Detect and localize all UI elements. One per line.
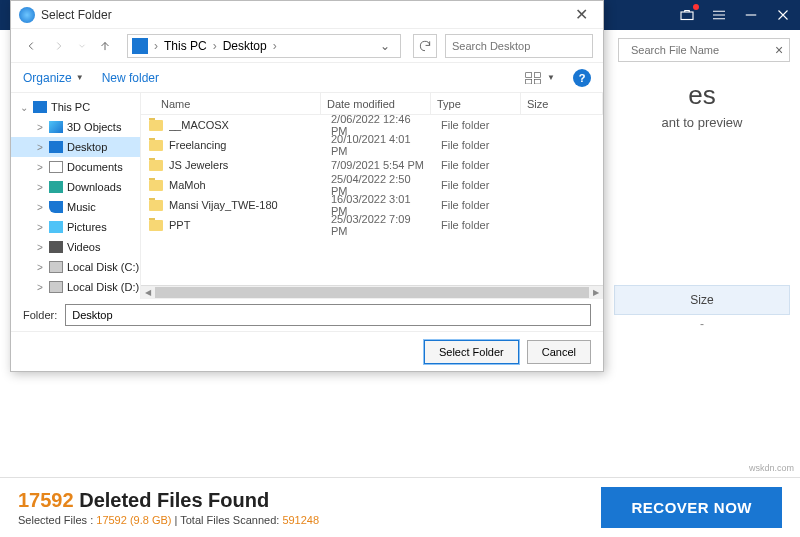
expand-icon[interactable]: >: [35, 282, 45, 293]
size-value-row: -: [614, 315, 790, 333]
folder-icon: [149, 140, 163, 151]
file-row[interactable]: __MACOSX2/06/2022 12:46 PMFile folder: [141, 115, 603, 135]
tree-icon: [49, 241, 63, 253]
expand-icon[interactable]: >: [35, 162, 45, 173]
app-search-box[interactable]: ×: [618, 38, 790, 62]
file-row[interactable]: MaMoh25/04/2022 2:50 PMFile folder: [141, 175, 603, 195]
file-row[interactable]: Mansi Vijay_TWE-18016/03/2022 3:01 PMFil…: [141, 195, 603, 215]
svg-rect-3: [526, 72, 532, 77]
expand-icon[interactable]: >: [35, 262, 45, 273]
svg-rect-0: [681, 12, 693, 20]
scroll-thumb[interactable]: [155, 287, 589, 298]
tree-item[interactable]: >3D Objects: [11, 117, 140, 137]
nav-up-button[interactable]: [95, 36, 115, 56]
file-row[interactable]: PPT25/03/2022 7:09 PMFile folder: [141, 215, 603, 235]
dialog-toolbar: Organize▼ New folder ▼ ?: [11, 63, 603, 93]
tree-item[interactable]: ⌄This PC: [11, 97, 140, 117]
scroll-left-icon[interactable]: ◀: [141, 286, 155, 299]
refresh-button[interactable]: [413, 34, 437, 58]
toolbox-icon[interactable]: [678, 6, 696, 24]
breadcrumb-sep[interactable]: ›: [211, 39, 219, 53]
tree-item[interactable]: >Local Disk (C:): [11, 257, 140, 277]
column-size[interactable]: Size: [521, 93, 603, 114]
horizontal-scrollbar[interactable]: ◀ ▶: [141, 285, 603, 299]
file-name: Freelancing: [169, 139, 325, 151]
menu-icon[interactable]: [710, 6, 728, 24]
breadcrumb-this-pc[interactable]: This PC: [160, 39, 211, 53]
tree-icon: [49, 161, 63, 173]
column-date[interactable]: Date modified: [321, 93, 431, 114]
close-icon[interactable]: [774, 6, 792, 24]
size-column-header[interactable]: Size: [614, 285, 790, 315]
expand-icon[interactable]: >: [35, 202, 45, 213]
file-type: File folder: [435, 199, 525, 211]
deleted-count: 17592: [18, 489, 74, 511]
tree-icon: [33, 101, 47, 113]
expand-icon[interactable]: ⌄: [19, 102, 29, 113]
expand-icon[interactable]: >: [35, 182, 45, 193]
folder-name-input[interactable]: [65, 304, 591, 326]
file-rows[interactable]: __MACOSX2/06/2022 12:46 PMFile folderFre…: [141, 115, 603, 285]
breadcrumb-sep[interactable]: ›: [152, 39, 160, 53]
file-date: 7/09/2021 5:54 PM: [325, 159, 435, 171]
select-folder-button[interactable]: Select Folder: [424, 340, 519, 364]
clear-search-icon[interactable]: ×: [775, 43, 783, 57]
organize-button[interactable]: Organize▼: [23, 71, 84, 85]
file-type: File folder: [435, 219, 525, 231]
file-name: JS Jewelers: [169, 159, 325, 171]
expand-icon[interactable]: >: [35, 142, 45, 153]
tree-icon: [49, 281, 63, 293]
folder-name-row: Folder:: [11, 299, 603, 331]
nav-tree[interactable]: ⌄This PC>3D Objects>Desktop>Documents>Do…: [11, 93, 141, 299]
tree-item[interactable]: >Local Disk (D:): [11, 277, 140, 297]
tree-item[interactable]: >Downloads: [11, 177, 140, 197]
nav-back-button[interactable]: [21, 36, 41, 56]
scroll-right-icon[interactable]: ▶: [589, 286, 603, 299]
tree-label: Pictures: [67, 221, 107, 233]
dialog-search-box[interactable]: [445, 34, 593, 58]
file-row[interactable]: JS Jewelers7/09/2021 5:54 PMFile folder: [141, 155, 603, 175]
help-button[interactable]: ?: [573, 69, 591, 87]
column-type[interactable]: Type: [431, 93, 521, 114]
expand-icon[interactable]: >: [35, 242, 45, 253]
deleted-headline: Deleted Files Found: [74, 489, 270, 511]
svg-rect-6: [534, 79, 540, 84]
file-name: MaMoh: [169, 179, 325, 191]
tree-label: Downloads: [67, 181, 121, 193]
recover-button[interactable]: RECOVER NOW: [601, 487, 782, 528]
tree-label: Music: [67, 201, 96, 213]
nav-recent-dropdown[interactable]: [77, 36, 87, 56]
minimize-icon[interactable]: [742, 6, 760, 24]
watermark: wskdn.com: [749, 463, 794, 473]
file-type: File folder: [435, 159, 525, 171]
dialog-search-input[interactable]: [452, 40, 590, 52]
folder-icon: [149, 120, 163, 131]
address-bar[interactable]: › This PC › Desktop › ⌄: [127, 34, 401, 58]
column-name[interactable]: Name: [141, 93, 321, 114]
view-mode-button[interactable]: ▼: [525, 72, 555, 84]
tree-item[interactable]: >Documents: [11, 157, 140, 177]
selected-files: 17592 (9.8 GB): [96, 514, 171, 526]
new-folder-button[interactable]: New folder: [102, 71, 159, 85]
cancel-button[interactable]: Cancel: [527, 340, 591, 364]
dialog-titlebar: Select Folder ✕: [11, 1, 603, 29]
app-search-input[interactable]: [625, 44, 775, 56]
folder-icon: [149, 200, 163, 211]
preview-title-partial: es: [614, 80, 790, 111]
address-dropdown-icon[interactable]: ⌄: [374, 39, 396, 53]
dialog-close-button[interactable]: ✕: [567, 3, 595, 27]
expand-icon[interactable]: >: [35, 122, 45, 133]
expand-icon[interactable]: >: [35, 222, 45, 233]
breadcrumb-desktop[interactable]: Desktop: [219, 39, 271, 53]
file-type: File folder: [435, 119, 525, 131]
folder-icon: [149, 180, 163, 191]
tree-item[interactable]: >Pictures: [11, 217, 140, 237]
nav-forward-button[interactable]: [49, 36, 69, 56]
footer-mid: | Total Files Scanned:: [171, 514, 282, 526]
tree-icon: [49, 221, 63, 233]
tree-item[interactable]: >Music: [11, 197, 140, 217]
breadcrumb-sep[interactable]: ›: [271, 39, 279, 53]
file-row[interactable]: Freelancing20/10/2021 4:01 PMFile folder: [141, 135, 603, 155]
tree-item[interactable]: >Videos: [11, 237, 140, 257]
tree-item[interactable]: >Desktop: [11, 137, 140, 157]
